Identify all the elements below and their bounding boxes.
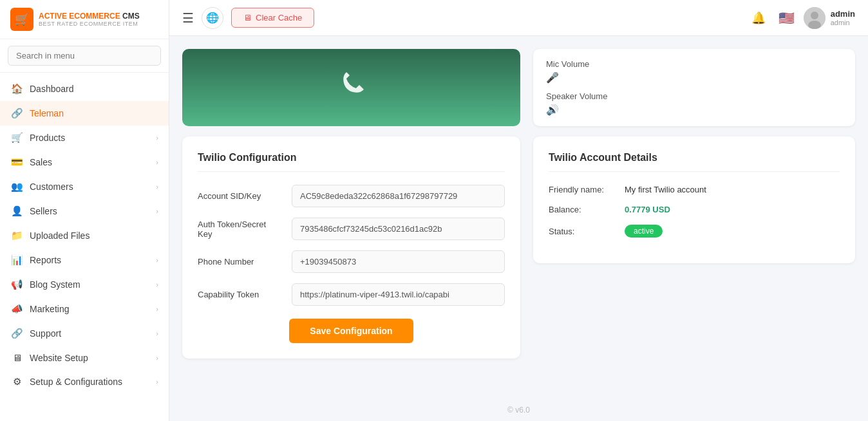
reports-icon: 📊 xyxy=(10,254,23,266)
config-title: Twilio Configuration xyxy=(198,152,505,172)
chevron-right-icon: › xyxy=(156,305,158,313)
mic-volume-label: Mic Volume xyxy=(546,59,842,69)
friendly-name-key: Friendly name: xyxy=(549,185,619,194)
status-key: Status: xyxy=(549,227,619,236)
user-name: admin xyxy=(831,9,855,19)
balance-value: 0.7779 USD xyxy=(625,205,670,214)
sidebar-item-blog-system[interactable]: 📢 Blog System › xyxy=(0,272,169,297)
chevron-right-icon: › xyxy=(156,256,158,264)
sidebar-item-label: Sales xyxy=(30,157,52,167)
version-text: © v6.0 xyxy=(507,406,530,415)
language-button[interactable]: 🌐 xyxy=(202,7,223,29)
speaker-volume-icon: 🔊 xyxy=(546,104,842,116)
sidebar-item-dashboard[interactable]: 🏠 Dashboard xyxy=(0,77,169,101)
sidebar-item-support[interactable]: 🔗 Support › xyxy=(0,321,169,346)
sidebar: 🛒 ACTIVE ECOMMERCE CMS BEST RATED ECOMME… xyxy=(0,0,169,421)
sidebar-item-reports[interactable]: 📊 Reports › xyxy=(0,248,169,272)
sales-icon: 💳 xyxy=(10,156,23,168)
svg-point-1 xyxy=(811,12,818,19)
search-container xyxy=(0,39,169,73)
twilio-account-card: Twilio Account Details Friendly name: My… xyxy=(533,136,855,263)
balance-row: Balance: 0.7779 USD xyxy=(549,205,840,214)
auth-token-input[interactable] xyxy=(292,218,505,240)
sidebar-item-label: Teleman xyxy=(30,108,64,118)
sidebar-item-sales[interactable]: 💳 Sales › xyxy=(0,150,169,174)
save-configuration-button[interactable]: Save Configuration xyxy=(289,319,413,343)
language-flag[interactable]: 🇺🇸 xyxy=(778,10,795,26)
website-icon: 🖥 xyxy=(10,352,23,363)
chevron-right-icon: › xyxy=(156,183,158,191)
sidebar-item-label: Customers xyxy=(30,182,73,192)
search-input[interactable] xyxy=(8,46,161,66)
auth-token-label: Auth Token/Secret Key xyxy=(198,220,281,239)
sidebar-item-label: Marketing xyxy=(30,304,69,314)
user-role: admin xyxy=(831,19,855,26)
topbar: ☰ 🌐 🖥 Clear Cache 🔔 🇺🇸 admin admin xyxy=(169,0,868,36)
sidebar-item-customers[interactable]: 👥 Customers › xyxy=(0,174,169,199)
teleman-icon: 🔗 xyxy=(10,108,23,119)
logo-subtitle: BEST RATED ECOMMERCE ITEM xyxy=(39,21,140,27)
sidebar-item-label: Dashboard xyxy=(30,84,74,94)
support-icon: 🔗 xyxy=(10,328,23,339)
phone-number-row: Phone Number xyxy=(198,250,505,273)
sidebar-item-label: Blog System xyxy=(30,279,80,290)
chevron-right-icon: › xyxy=(156,378,158,386)
friendly-name-value: My first Twilio account xyxy=(625,185,706,194)
products-icon: 🛒 xyxy=(10,132,23,144)
speaker-volume-label: Speaker Volume xyxy=(546,91,842,101)
logo: 🛒 ACTIVE ECOMMERCE CMS BEST RATED ECOMME… xyxy=(0,0,169,39)
chevron-right-icon: › xyxy=(156,281,158,288)
sidebar-item-label: Sellers xyxy=(30,206,57,216)
balance-key: Balance: xyxy=(549,205,619,214)
status-row: Status: active xyxy=(549,225,840,238)
audio-card: Mic Volume 🎤 Speaker Volume 🔊 xyxy=(533,49,855,126)
logo-ecommerce2: ECOMMERCE xyxy=(69,12,120,21)
chevron-right-icon: › xyxy=(156,330,158,337)
customers-icon: 👥 xyxy=(10,181,23,192)
sidebar-item-setup-configurations[interactable]: ⚙ Setup & Configurations › xyxy=(0,370,169,394)
phone-number-label: Phone Number xyxy=(198,257,281,267)
sidebar-item-label: Products xyxy=(30,133,65,143)
sidebar-item-sellers[interactable]: 👤 Sellers › xyxy=(0,199,169,223)
sidebar-item-website-setup[interactable]: 🖥 Website Setup › xyxy=(0,346,169,370)
notification-button[interactable]: 🔔 xyxy=(748,7,769,29)
chevron-right-icon: › xyxy=(156,158,158,166)
clear-cache-button[interactable]: 🖥 Clear Cache xyxy=(231,8,314,28)
account-sid-input[interactable] xyxy=(292,185,505,207)
sidebar-item-marketing[interactable]: 📣 Marketing › xyxy=(0,297,169,321)
sidebar-item-products[interactable]: 🛒 Products › xyxy=(0,126,169,150)
logo-cms: CMS xyxy=(122,12,140,21)
sidebar-item-teleman[interactable]: 🔗 Teleman xyxy=(0,101,169,126)
phone-number-input[interactable] xyxy=(292,250,505,273)
user-profile[interactable]: admin admin xyxy=(804,7,855,29)
friendly-name-row: Friendly name: My first Twilio account xyxy=(549,185,840,194)
marketing-icon: 📣 xyxy=(10,303,23,315)
menu-toggle-button[interactable]: ☰ xyxy=(182,10,194,26)
logo-active: ACTIVE xyxy=(39,12,67,21)
auth-token-row: Auth Token/Secret Key xyxy=(198,218,505,240)
sellers-icon: 👤 xyxy=(10,205,23,217)
clear-cache-icon: 🖥 xyxy=(243,13,252,23)
right-column: Mic Volume 🎤 Speaker Volume 🔊 Twilio Acc… xyxy=(533,49,855,386)
sidebar-nav: 🏠 Dashboard 🔗 Teleman 🛒 Products › 💳 Sal… xyxy=(0,73,169,421)
sidebar-item-label: Uploaded Files xyxy=(30,230,90,241)
account-card-title: Twilio Account Details xyxy=(549,152,840,172)
gear-icon: ⚙ xyxy=(10,376,23,388)
footer: © v6.0 xyxy=(169,399,868,421)
capability-token-input[interactable] xyxy=(292,283,505,306)
content-area: Twilio Configuration Account SID/Key Aut… xyxy=(169,36,868,399)
main: ☰ 🌐 🖥 Clear Cache 🔔 🇺🇸 admin admin xyxy=(169,0,868,421)
capability-token-row: Capability Token xyxy=(198,283,505,306)
account-sid-row: Account SID/Key xyxy=(198,185,505,207)
sidebar-item-label: Setup & Configurations xyxy=(30,377,122,387)
sidebar-item-label: Website Setup xyxy=(30,353,88,363)
blog-icon: 📢 xyxy=(10,279,23,290)
files-icon: 📁 xyxy=(10,230,23,241)
chevron-right-icon: › xyxy=(156,207,158,215)
sidebar-item-uploaded-files[interactable]: 📁 Uploaded Files xyxy=(0,223,169,248)
phone-icon xyxy=(335,68,368,108)
status-badge: active xyxy=(625,225,663,238)
avatar xyxy=(804,7,826,29)
twilio-config-card: Twilio Configuration Account SID/Key Aut… xyxy=(182,136,520,359)
logo-icon: 🛒 xyxy=(10,8,33,31)
